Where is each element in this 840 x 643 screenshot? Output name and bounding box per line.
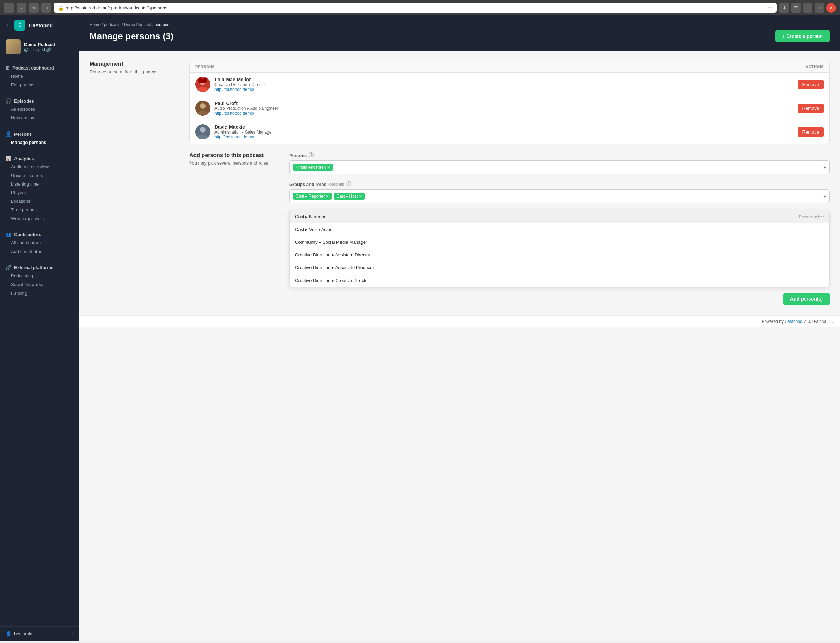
person-url[interactable]: http://castopod.demo/ <box>214 111 794 116</box>
breadcrumb-current: persons <box>155 22 170 27</box>
save-button[interactable]: ⊕ <box>41 3 51 13</box>
groups-roles-form-group: Groups and roles (optional) ⓘ Cast ▸ Rep… <box>289 181 830 203</box>
footer-castopod-link[interactable]: Castopod <box>785 319 802 324</box>
role-tag-remove[interactable]: × <box>326 194 329 199</box>
add-section-desc: You may pick several persons and roles <box>189 160 279 166</box>
sidebar-item-time-periods[interactable]: Time periods <box>0 206 79 214</box>
minimize-button[interactable]: — <box>803 3 812 13</box>
external-label: External platforms <box>14 265 53 270</box>
remove-person-button[interactable]: Remove <box>798 80 824 89</box>
sidebar-item-all-episodes[interactable]: All episodes <box>0 105 79 114</box>
maximize-button[interactable]: □ <box>814 3 824 13</box>
sidebar-section-analytics: 📊 Analytics Audience overview Unique lis… <box>0 149 79 225</box>
sidebar-item-new-episode[interactable]: New episode <box>0 114 79 122</box>
person-url[interactable]: http://castopod.demo/ <box>214 87 794 92</box>
col-actions: ACTIONS <box>806 65 824 69</box>
breadcrumb: Home / podcasts / Demo Podcast / persons <box>90 22 830 27</box>
dropdown-item-label: Cast ▸ Narrator <box>295 214 326 219</box>
sidebar-item-listening-time[interactable]: Listening time <box>0 180 79 188</box>
avatar <box>195 124 210 139</box>
close-button[interactable]: ✕ <box>826 3 836 13</box>
back-button[interactable]: ‹ <box>4 3 14 13</box>
role-tag-remove[interactable]: × <box>359 194 362 199</box>
page-title: Manage persons (3) <box>90 31 173 42</box>
sidebar-user[interactable]: 👤 benjamin <box>5 631 33 636</box>
person-tag: Kirstin Andersen × <box>293 164 333 171</box>
sidebar-item-audience-overview[interactable]: Audience overview <box>0 162 79 171</box>
content-area: PERSONS ACTIONS <box>189 61 830 305</box>
sidebar-item-edit-podcast[interactable]: Edit podcast <box>0 80 79 89</box>
sidebar-item-manage-persons[interactable]: Manage persons <box>0 138 79 147</box>
svg-point-6 <box>200 103 206 109</box>
page-header: Home / podcasts / Demo Podcast / persons… <box>79 15 840 51</box>
remove-person-button[interactable]: Remove <box>798 127 824 137</box>
sidebar-item-add-contributor[interactable]: Add contributor <box>0 247 79 256</box>
groups-roles-tag-input[interactable]: Cast ▸ Reporter × Cast ▸ Host × ▾ <box>289 189 830 203</box>
sidebar-back-button[interactable]: ← <box>5 22 11 28</box>
person-role: Administration ▸ Sales Manager <box>214 130 794 135</box>
dropdown-item[interactable]: Cast ▸ Voice Actor <box>290 223 829 236</box>
sidebar-item-locations[interactable]: Locations <box>0 197 79 206</box>
persons-info-icon[interactable]: ⓘ <box>309 152 314 158</box>
dropdown-item-label: Creative Direction ▸ Associate Producer <box>295 265 374 270</box>
table-row: David Mackie Administration ▸ Sales Mana… <box>190 120 829 144</box>
add-section-title: Add persons to this podcast <box>189 152 279 158</box>
sidebar-item-players[interactable]: Players <box>0 188 79 197</box>
breadcrumb-home[interactable]: Home <box>90 22 101 27</box>
sidebar-item-episodes[interactable]: 🎧 Episodes <box>0 95 79 105</box>
sidebar-item-external-platforms[interactable]: 🔗 External platforms <box>0 261 79 272</box>
extensions-button[interactable]: ⬇ <box>780 3 789 13</box>
sidebar: ← 🎙 Castopod Demo Podcast @castopod 🔗 ⊞ … <box>0 15 79 641</box>
dropdown-item[interactable]: Creative Direction ▸ Creative Director <box>290 274 829 287</box>
sidebar-item-social-networks[interactable]: Social Networks <box>0 280 79 289</box>
optional-badge: (optional) <box>328 182 344 186</box>
podcast-handle-link[interactable]: @castopod <box>24 47 45 52</box>
sidebar-item-persons[interactable]: 👤 Persons <box>0 128 79 138</box>
app-layout: ← 🎙 Castopod Demo Podcast @castopod 🔗 ⊞ … <box>0 15 840 641</box>
reload-button[interactable]: ↺ <box>29 3 39 13</box>
sidebar-section-dashboard: ⊞ Podcast dashboard Home Edit podcast <box>0 59 79 92</box>
dropdown-item[interactable]: Creative Direction ▸ Assistant Director <box>290 248 829 261</box>
person-role: Creative Direction ▸ Director <box>214 82 794 87</box>
sidebar-item-funding[interactable]: Funding <box>0 289 79 297</box>
main-content: Home / podcasts / Demo Podcast / persons… <box>79 15 840 641</box>
persons-tag-input[interactable]: Kirstin Andersen × ▾ <box>289 160 830 174</box>
dropdown-item[interactable]: Community ▸ Social Media Manager <box>290 236 829 248</box>
sidebar-item-contributors[interactable]: 👥 Contributors <box>0 228 79 238</box>
dashboard-label: Podcast dashboard <box>12 65 54 70</box>
analytics-icon: 📊 <box>5 156 11 161</box>
remove-person-button[interactable]: Remove <box>798 104 824 113</box>
dropdown-arrow-icon[interactable]: ▾ <box>824 193 826 199</box>
menu-button[interactable]: ☰ <box>791 3 801 13</box>
person-name: Paul Croft <box>214 101 794 106</box>
persons-label: Persons ⓘ <box>289 152 830 158</box>
bookmark-icon[interactable]: ☆ <box>768 5 773 11</box>
person-tag-remove[interactable]: × <box>327 165 330 170</box>
sidebar-section-external-platforms: 🔗 External platforms Podcasting Social N… <box>0 258 79 300</box>
dropdown-arrow-icon[interactable]: ▾ <box>824 165 826 170</box>
sidebar-item-home[interactable]: Home <box>0 72 79 80</box>
breadcrumb-podcasts[interactable]: podcasts <box>104 22 121 27</box>
sidebar-item-analytics[interactable]: 📊 Analytics <box>0 152 79 162</box>
sidebar-item-podcasting[interactable]: Podcasting <box>0 272 79 280</box>
dropdown-item[interactable]: Cast ▸ Narrator Press to select <box>290 211 829 223</box>
add-persons-button[interactable]: Add person(s) <box>783 292 830 305</box>
favicon-icon: 🔒 <box>58 5 64 11</box>
sidebar-item-podcast-dashboard[interactable]: ⊞ Podcast dashboard <box>0 62 79 72</box>
forward-button[interactable]: › <box>16 3 26 13</box>
sidebar-item-web-pages-visits[interactable]: Web pages visits <box>0 214 79 223</box>
address-bar[interactable]: 🔒 http://castopod.demo/cp-admin/podcasts… <box>54 3 776 13</box>
sidebar-item-unique-listeners[interactable]: Unique listeners <box>0 171 79 180</box>
sidebar-section-contributors: 👥 Contributors All contributors Add cont… <box>0 225 79 258</box>
dropdown-item[interactable]: Creative Direction ▸ Associate Producer <box>290 261 829 274</box>
breadcrumb-demo-podcast[interactable]: Demo Podcast <box>124 22 151 27</box>
groups-roles-info-icon[interactable]: ⓘ <box>346 181 351 187</box>
col-persons: PERSONS <box>195 65 215 69</box>
groups-roles-field-label: Groups and roles <box>289 182 326 187</box>
person-url[interactable]: http://castopod.demo/ <box>214 135 794 139</box>
podcast-handle[interactable]: @castopod 🔗 <box>24 47 55 52</box>
sidebar-item-all-contributors[interactable]: All contributors <box>0 238 79 247</box>
sidebar-section-episodes: 🎧 Episodes All episodes New episode <box>0 92 79 125</box>
url-text: http://castopod.demo/cp-admin/podcasts/1… <box>66 5 766 10</box>
create-person-button[interactable]: + Create a person <box>775 30 830 42</box>
